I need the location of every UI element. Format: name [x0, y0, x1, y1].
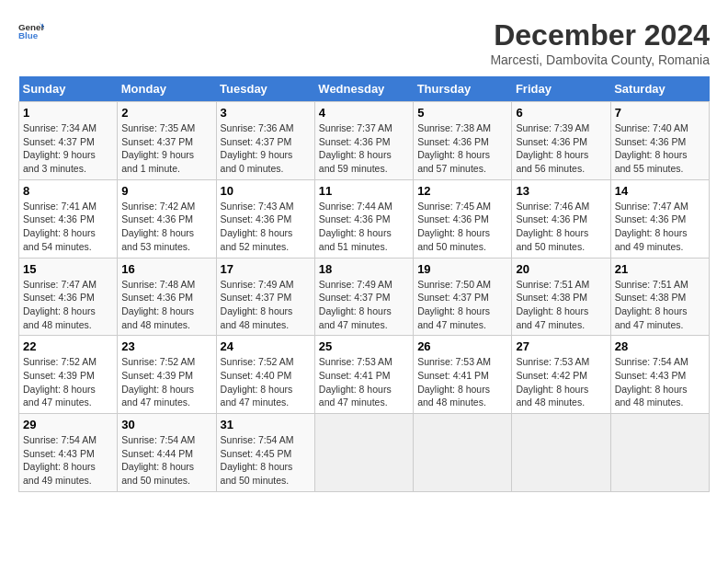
- day-number: 5: [417, 106, 507, 120]
- day-number: 10: [221, 184, 311, 198]
- day-number: 27: [516, 339, 606, 353]
- day-number: 4: [319, 106, 409, 120]
- day-number: 12: [417, 184, 507, 198]
- main-title: December 2024: [490, 18, 710, 52]
- day-info: Sunrise: 7:41 AMSunset: 4:36 PMDaylight:…: [23, 200, 113, 254]
- day-number: 26: [417, 339, 507, 353]
- day-info: Sunrise: 7:36 AMSunset: 4:37 PMDaylight:…: [221, 121, 311, 176]
- calendar-cell: 15Sunrise: 7:47 AMSunset: 4:36 PMDayligh…: [19, 258, 118, 336]
- day-info: Sunrise: 7:51 AMSunset: 4:38 PMDaylight:…: [516, 278, 606, 332]
- calendar-cell: [414, 414, 512, 492]
- day-info: Sunrise: 7:50 AMSunset: 4:37 PMDaylight:…: [417, 278, 507, 332]
- calendar-cell: 23Sunrise: 7:52 AMSunset: 4:39 PMDayligh…: [118, 336, 216, 414]
- day-number: 23: [121, 339, 211, 353]
- day-header-sunday: Sunday: [19, 76, 118, 102]
- calendar-cell: 14Sunrise: 7:47 AMSunset: 4:36 PMDayligh…: [610, 179, 709, 258]
- day-info: Sunrise: 7:47 AMSunset: 4:36 PMDaylight:…: [23, 278, 113, 332]
- calendar-cell: 9Sunrise: 7:42 AMSunset: 4:36 PMDaylight…: [118, 179, 216, 258]
- calendar-cell: [610, 414, 709, 492]
- day-header-friday: Friday: [512, 76, 610, 102]
- day-info: Sunrise: 7:54 AMSunset: 4:44 PMDaylight:…: [121, 433, 211, 488]
- day-info: Sunrise: 7:40 AMSunset: 4:36 PMDaylight:…: [615, 121, 705, 176]
- day-info: Sunrise: 7:53 AMSunset: 4:41 PMDaylight:…: [319, 355, 409, 409]
- calendar-cell: 3Sunrise: 7:36 AMSunset: 4:37 PMDaylight…: [216, 102, 314, 180]
- calendar-cell: 11Sunrise: 7:44 AMSunset: 4:36 PMDayligh…: [314, 179, 413, 258]
- day-number: 7: [615, 106, 705, 120]
- day-number: 13: [516, 184, 606, 198]
- calendar-cell: 21Sunrise: 7:51 AMSunset: 4:38 PMDayligh…: [610, 258, 709, 336]
- calendar-cell: 25Sunrise: 7:53 AMSunset: 4:41 PMDayligh…: [314, 336, 413, 414]
- day-number: 11: [319, 184, 409, 198]
- calendar-cell: 17Sunrise: 7:49 AMSunset: 4:37 PMDayligh…: [216, 258, 314, 336]
- logo-icon: General Blue: [18, 18, 44, 44]
- calendar-cell: 20Sunrise: 7:51 AMSunset: 4:38 PMDayligh…: [512, 258, 610, 336]
- day-number: 29: [23, 418, 113, 431]
- calendar-cell: 12Sunrise: 7:45 AMSunset: 4:36 PMDayligh…: [414, 179, 512, 258]
- calendar-cell: 27Sunrise: 7:53 AMSunset: 4:42 PMDayligh…: [512, 336, 610, 414]
- day-info: Sunrise: 7:35 AMSunset: 4:37 PMDaylight:…: [121, 121, 211, 176]
- calendar-cell: 7Sunrise: 7:40 AMSunset: 4:36 PMDaylight…: [610, 102, 709, 180]
- day-header-thursday: Thursday: [414, 76, 512, 102]
- calendar-cell: 24Sunrise: 7:52 AMSunset: 4:40 PMDayligh…: [216, 336, 314, 414]
- calendar-cell: [314, 414, 413, 492]
- day-number: 18: [319, 262, 409, 276]
- calendar-cell: 26Sunrise: 7:53 AMSunset: 4:41 PMDayligh…: [414, 336, 512, 414]
- calendar-cell: 29Sunrise: 7:54 AMSunset: 4:43 PMDayligh…: [19, 414, 118, 492]
- logo: General Blue: [18, 18, 44, 44]
- day-number: 21: [615, 262, 705, 276]
- week-row-2: 8Sunrise: 7:41 AMSunset: 4:36 PMDaylight…: [19, 179, 710, 258]
- day-info: Sunrise: 7:54 AMSunset: 4:43 PMDaylight:…: [615, 355, 705, 409]
- day-info: Sunrise: 7:46 AMSunset: 4:36 PMDaylight:…: [516, 200, 606, 254]
- day-info: Sunrise: 7:52 AMSunset: 4:39 PMDaylight:…: [121, 355, 211, 409]
- calendar-cell: 4Sunrise: 7:37 AMSunset: 4:36 PMDaylight…: [314, 102, 413, 180]
- calendar-table: SundayMondayTuesdayWednesdayThursdayFrid…: [18, 76, 710, 492]
- day-info: Sunrise: 7:39 AMSunset: 4:36 PMDaylight:…: [516, 121, 606, 176]
- day-number: 28: [615, 339, 705, 353]
- day-number: 2: [121, 106, 211, 120]
- day-number: 15: [23, 262, 113, 276]
- day-info: Sunrise: 7:42 AMSunset: 4:36 PMDaylight:…: [121, 200, 211, 254]
- header: General Blue December 2024 Marcesti, Dam…: [18, 18, 710, 67]
- day-info: Sunrise: 7:37 AMSunset: 4:36 PMDaylight:…: [319, 121, 409, 176]
- day-header-saturday: Saturday: [610, 76, 709, 102]
- calendar-cell: 1Sunrise: 7:34 AMSunset: 4:37 PMDaylight…: [19, 102, 118, 180]
- week-row-1: 1Sunrise: 7:34 AMSunset: 4:37 PMDaylight…: [19, 102, 710, 180]
- day-number: 24: [221, 339, 311, 353]
- svg-text:Blue: Blue: [18, 30, 39, 40]
- calendar-cell: 19Sunrise: 7:50 AMSunset: 4:37 PMDayligh…: [414, 258, 512, 336]
- calendar-cell: 5Sunrise: 7:38 AMSunset: 4:36 PMDaylight…: [414, 102, 512, 180]
- day-number: 16: [121, 262, 211, 276]
- day-number: 6: [516, 106, 606, 120]
- calendar-cell: 6Sunrise: 7:39 AMSunset: 4:36 PMDaylight…: [512, 102, 610, 180]
- calendar-cell: 10Sunrise: 7:43 AMSunset: 4:36 PMDayligh…: [216, 179, 314, 258]
- day-number: 3: [221, 106, 311, 120]
- day-number: 14: [615, 184, 705, 198]
- day-info: Sunrise: 7:48 AMSunset: 4:36 PMDaylight:…: [121, 278, 211, 332]
- calendar-cell: 22Sunrise: 7:52 AMSunset: 4:39 PMDayligh…: [19, 336, 118, 414]
- day-number: 22: [23, 339, 113, 353]
- day-info: Sunrise: 7:49 AMSunset: 4:37 PMDaylight:…: [319, 278, 409, 332]
- header-row: SundayMondayTuesdayWednesdayThursdayFrid…: [19, 76, 710, 102]
- calendar-cell: 18Sunrise: 7:49 AMSunset: 4:37 PMDayligh…: [314, 258, 413, 336]
- day-header-monday: Monday: [118, 76, 216, 102]
- calendar-cell: 2Sunrise: 7:35 AMSunset: 4:37 PMDaylight…: [118, 102, 216, 180]
- day-number: 17: [221, 262, 311, 276]
- day-number: 9: [121, 184, 211, 198]
- day-info: Sunrise: 7:49 AMSunset: 4:37 PMDaylight:…: [221, 278, 311, 332]
- calendar-cell: 8Sunrise: 7:41 AMSunset: 4:36 PMDaylight…: [19, 179, 118, 258]
- day-number: 8: [23, 184, 113, 198]
- day-info: Sunrise: 7:52 AMSunset: 4:40 PMDaylight:…: [221, 355, 311, 409]
- calendar-cell: 30Sunrise: 7:54 AMSunset: 4:44 PMDayligh…: [118, 414, 216, 492]
- day-info: Sunrise: 7:53 AMSunset: 4:42 PMDaylight:…: [516, 355, 606, 409]
- calendar-cell: 31Sunrise: 7:54 AMSunset: 4:45 PMDayligh…: [216, 414, 314, 492]
- day-header-tuesday: Tuesday: [216, 76, 314, 102]
- day-info: Sunrise: 7:51 AMSunset: 4:38 PMDaylight:…: [615, 278, 705, 332]
- day-number: 20: [516, 262, 606, 276]
- day-info: Sunrise: 7:47 AMSunset: 4:36 PMDaylight:…: [615, 200, 705, 254]
- day-number: 19: [417, 262, 507, 276]
- day-header-wednesday: Wednesday: [314, 76, 413, 102]
- week-row-5: 29Sunrise: 7:54 AMSunset: 4:43 PMDayligh…: [19, 414, 710, 492]
- day-info: Sunrise: 7:43 AMSunset: 4:36 PMDaylight:…: [221, 200, 311, 254]
- day-number: 30: [121, 418, 211, 431]
- calendar-cell: 28Sunrise: 7:54 AMSunset: 4:43 PMDayligh…: [610, 336, 709, 414]
